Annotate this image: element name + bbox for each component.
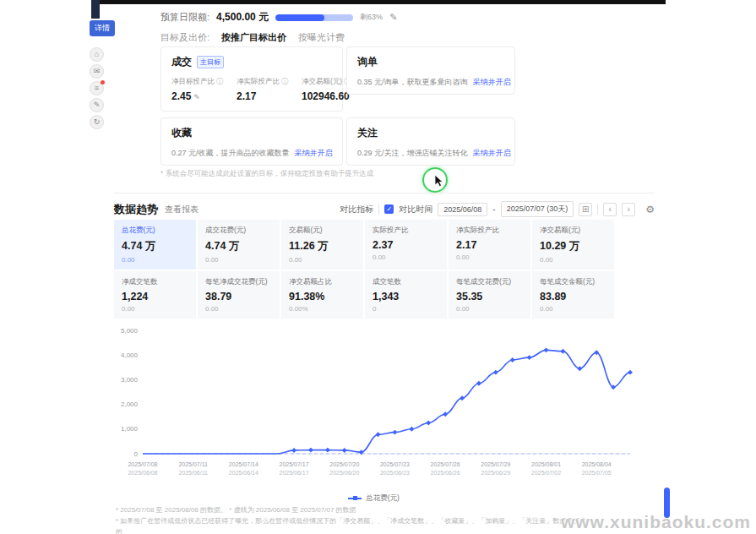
data-point-marker: [392, 430, 397, 435]
metric-label: 总花费(元): [122, 226, 188, 236]
data-point-marker: [544, 347, 549, 352]
stat-net-gmv: 净交易额(元)ⓘ 102946.60: [302, 77, 351, 102]
data-point-marker: [308, 448, 313, 453]
x-tick-compare-label: 2025/06/23: [380, 470, 410, 476]
x-tick-compare-label: 2025/06/08: [128, 470, 157, 476]
edit-icon[interactable]: ✎: [90, 98, 104, 112]
metric-card[interactable]: 净成交笔数1,2240.00: [114, 271, 196, 319]
gear-icon[interactable]: ⚙: [645, 204, 655, 215]
scrollbar-thumb[interactable]: [664, 488, 670, 518]
data-point-marker: [510, 357, 515, 362]
metric-label: 交易额(元): [289, 226, 356, 236]
metric-value: 2.37: [373, 239, 439, 251]
favorite-desc: 0.27 元/收藏，提升商品的收藏数量: [171, 149, 290, 157]
metric-value: 10.29 万: [540, 239, 606, 253]
metric-sub: 0.00: [122, 305, 188, 313]
metric-value: 1,343: [373, 291, 439, 302]
notification-dot: [101, 80, 105, 84]
data-point-marker: [376, 432, 381, 437]
metric-card[interactable]: 成交花费(元)4.74 万0.00: [198, 220, 280, 270]
metric-card[interactable]: 每笔成交花费(元)35.350.00: [449, 271, 530, 319]
info-icon[interactable]: ⓘ: [281, 78, 288, 85]
metric-sub: 0.00: [540, 256, 606, 264]
info-icon[interactable]: ⓘ: [216, 78, 223, 85]
x-tick-label: 2025/07/08: [128, 461, 157, 467]
chart-legend: 总花费(元): [114, 493, 634, 504]
metric-card[interactable]: 净交易额占比91.38%0.00%: [281, 271, 363, 319]
calendar-icon[interactable]: ⊞: [579, 203, 592, 216]
metric-card[interactable]: 每笔净成交花费(元)38.790.00: [198, 271, 280, 319]
data-point-marker: [291, 448, 296, 453]
deal-card-title: 成交: [171, 55, 192, 69]
data-point-marker: [460, 395, 465, 400]
stat-target-roi: 净目标投产比ⓘ 2.45✎: [171, 77, 223, 102]
metric-value: 35.35: [456, 291, 523, 302]
history-icon[interactable]: ↻: [90, 115, 104, 129]
x-tick-compare-label: 2025/06/29: [481, 470, 510, 476]
adopt-enable-link[interactable]: 采纳并开启: [473, 149, 511, 157]
budget-edit-icon[interactable]: ✎: [389, 12, 397, 23]
compare-metric-toggle[interactable]: 对比指标: [340, 204, 373, 215]
y-tick-label: 3,000: [121, 376, 139, 384]
data-point-marker: [577, 366, 582, 371]
metric-label: 净交易额(元): [540, 226, 606, 236]
goal-card-deal: 成交 主目标 净目标投产比ⓘ 2.45✎ 净实际投产比ⓘ 2.17 净交易额(元…: [160, 46, 343, 112]
main-line-series: [143, 350, 630, 454]
metric-card[interactable]: 实际投产比2.370.00: [365, 220, 447, 270]
legend-label: 总花费(元): [366, 493, 400, 504]
metric-value: 4.74 万: [205, 239, 272, 253]
metric-sub: 0: [373, 305, 439, 313]
adopt-enable-link[interactable]: 采纳并开启: [295, 149, 333, 157]
x-tick-compare-label: 2025/06/17: [280, 470, 309, 476]
notice-icon[interactable]: ≡: [90, 81, 104, 95]
detail-badge-button[interactable]: 详情: [90, 20, 115, 36]
next-period-button[interactable]: ›: [622, 203, 635, 216]
metric-card[interactable]: 净交易额(元)10.29 万0.00: [532, 220, 614, 270]
x-tick-label: 2025/07/23: [380, 461, 410, 467]
metric-card-grid: 总花费(元)4.74 万0.00成交花费(元)4.74 万0.00交易额(元)1…: [114, 220, 614, 319]
data-point-marker: [476, 381, 481, 386]
cursor-icon: [435, 175, 444, 188]
notice-icon: ≡: [95, 84, 99, 92]
x-tick-label: 2025/07/14: [229, 461, 258, 467]
metric-value: 2.17: [456, 239, 523, 251]
metric-sub: 0.00: [205, 305, 272, 313]
metric-card[interactable]: 总花费(元)4.74 万0.00: [114, 220, 196, 270]
legend-item-total-spend[interactable]: 总花费(元): [348, 493, 400, 504]
home-icon[interactable]: ⌂: [90, 47, 104, 62]
budget-amount: 4,500.00 元: [216, 10, 269, 25]
main-goal-badge: 主目标: [197, 56, 224, 68]
tab-bid-by-impression[interactable]: 按曝光计费: [298, 31, 345, 44]
controls-divider: [378, 204, 379, 215]
metric-sub: 0.00%: [289, 305, 356, 313]
message-icon[interactable]: ✉: [90, 64, 104, 79]
date-end-input[interactable]: 2025/07/07 (30天): [501, 201, 574, 217]
data-point-marker: [493, 370, 498, 375]
roi-edit-icon[interactable]: ✎: [193, 93, 200, 101]
bidding-row: 目标及出价: 按推广目标出价 按曝光计费: [160, 31, 345, 44]
message-icon: ✉: [94, 67, 101, 75]
metric-label: 净实际投产比: [456, 226, 523, 236]
adopt-enable-link[interactable]: 采纳并开启: [473, 78, 511, 86]
compare-time-checkbox[interactable]: ✓: [384, 204, 394, 214]
metric-card[interactable]: 净实际投产比2.170.00: [449, 220, 530, 270]
goal-card-favorite: 收藏 0.27 元/收藏，提升商品的收藏数量采纳并开启: [160, 117, 343, 166]
metric-card[interactable]: 成交笔数1,3430: [365, 271, 447, 319]
metric-value: 1,224: [122, 291, 188, 302]
metric-sub: 0.00: [456, 253, 523, 261]
metric-label: 成交花费(元): [205, 226, 272, 236]
budget-progress-bar: [275, 14, 353, 21]
metric-card[interactable]: 交易额(元)11.26 万0.00: [281, 220, 363, 270]
y-tick-label: 1,000: [121, 425, 139, 433]
metric-card[interactable]: 每笔成交金额(元)83.890.00: [532, 271, 614, 319]
date-start-input[interactable]: 2025/06/08: [438, 203, 487, 216]
budget-remain-label: 剩63%: [360, 12, 383, 23]
data-point-marker: [527, 355, 532, 360]
tab-bid-by-goal[interactable]: 按推广目标出价: [221, 31, 286, 44]
compare-time-label[interactable]: 对比时间: [399, 204, 432, 215]
metric-value: 83.89: [540, 291, 606, 302]
view-report-link[interactable]: 查看报表: [165, 204, 199, 215]
metric-sub: 0.00: [205, 256, 272, 264]
prev-period-button[interactable]: ‹: [603, 203, 617, 216]
x-tick-label: 2025/07/17: [280, 461, 309, 467]
